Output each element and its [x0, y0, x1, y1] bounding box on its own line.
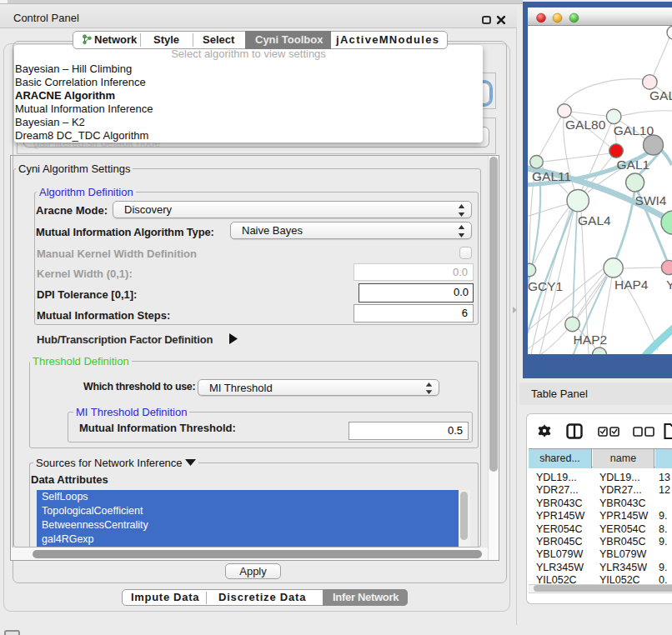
svg-text:GAL4: GAL4	[578, 213, 611, 228]
svg-text:HAP2: HAP2	[574, 332, 608, 347]
svg-text:Y: Y	[666, 278, 672, 292]
svg-text:GAL11: GAL11	[532, 169, 571, 183]
svg-text:HAP4: HAP4	[614, 278, 649, 292]
svg-text:GAL80: GAL80	[565, 118, 606, 132]
svg-text:GCY1: GCY1	[528, 279, 563, 293]
svg-text:SWI4: SWI4	[635, 193, 667, 208]
svg-text:GAL2: GAL2	[649, 88, 672, 102]
svg-text:GAL10: GAL10	[614, 123, 654, 138]
svg-text:GAL1: GAL1	[617, 158, 650, 172]
